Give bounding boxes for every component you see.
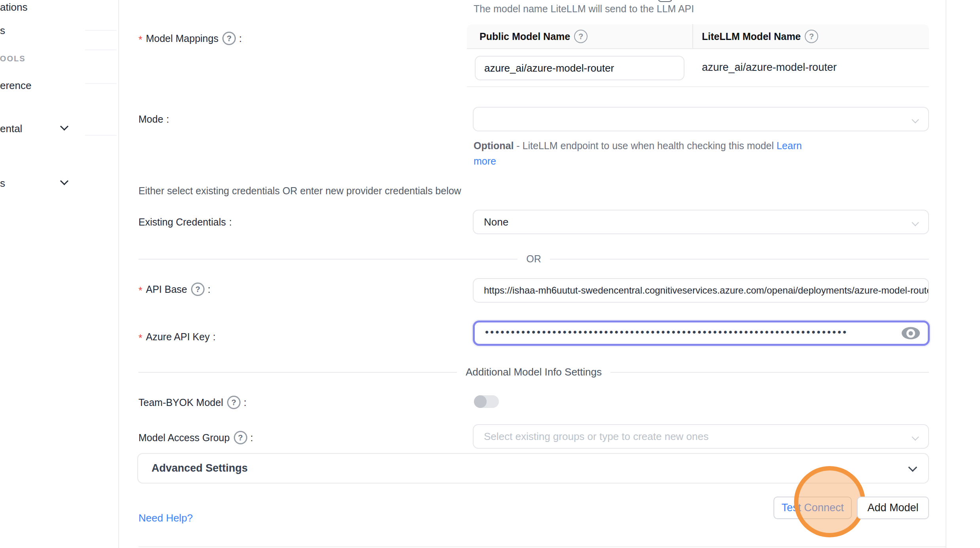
mode-label: Mode : xyxy=(138,114,169,125)
required-mark: * xyxy=(138,34,142,46)
additional-info-divider: Additional Model Info Settings xyxy=(138,366,929,378)
sidebar-skeleton-line xyxy=(85,83,117,84)
team-byok-toggle[interactable] xyxy=(474,395,499,408)
footer-divider xyxy=(138,546,946,547)
api-base-label: * API Base ? : xyxy=(138,283,210,296)
need-help-link[interactable]: Need Help? xyxy=(138,512,193,524)
public-model-name-input[interactable] xyxy=(475,56,684,80)
column-litellm-model-name: LiteLLM Model Name ? xyxy=(693,30,818,43)
sidebar-item-label: ental xyxy=(0,123,22,135)
azure-api-key-label: * Azure API Key : xyxy=(138,331,216,343)
mode-help-text: Optional - LiteLLM endpoint to use when … xyxy=(474,138,814,169)
column-public-model-name: Public Model Name ? xyxy=(467,24,693,49)
sidebar-item-settings[interactable]: s xyxy=(0,177,5,190)
chevron-down-icon xyxy=(912,433,919,440)
chevron-down-icon[interactable] xyxy=(60,122,68,131)
chevron-down-icon[interactable] xyxy=(60,177,68,185)
model-mappings-header: Public Model Name ? LiteLLM Model Name ? xyxy=(467,25,929,49)
sidebar-item-label: s xyxy=(0,25,5,36)
sidebar-item-label: erence xyxy=(0,80,32,91)
model-access-group-select[interactable]: Select existing groups or type to create… xyxy=(473,424,929,449)
model-mappings-table: Public Model Name ? LiteLLM Model Name ?… xyxy=(467,25,929,87)
sidebar-item-label: s xyxy=(0,177,5,189)
masked-password-value: ••••••••••••••••••••••••••••••••••••••••… xyxy=(485,326,848,338)
azure-api-key-input[interactable]: ••••••••••••••••••••••••••••••••••••••••… xyxy=(473,320,930,346)
table-row: azure_ai/azure-model-router xyxy=(467,49,929,87)
litellm-model-name-value: azure_ai/azure-model-router xyxy=(702,61,837,74)
sidebar-item-models[interactable]: s xyxy=(0,25,5,37)
help-question-icon[interactable]: ? xyxy=(191,283,205,296)
help-question-icon[interactable]: ? xyxy=(574,30,588,43)
content-right-border xyxy=(946,0,946,548)
click-indicator-ring xyxy=(794,466,865,537)
sidebar-section-label: TOOLS xyxy=(0,54,26,63)
model-access-group-label: Model Access Group ? : xyxy=(138,431,253,444)
sidebar-item-integrations[interactable]: ations xyxy=(0,1,27,13)
sidebar-skeleton-line xyxy=(85,135,117,136)
cutoff-element-top xyxy=(658,0,672,2)
chevron-down-icon xyxy=(908,463,917,472)
add-model-button[interactable]: Add Model xyxy=(857,497,929,519)
existing-credentials-select[interactable]: None xyxy=(473,210,929,234)
eye-icon[interactable] xyxy=(902,327,920,339)
sidebar-item-inference[interactable]: erence xyxy=(0,80,32,92)
model-mappings-label: * Model Mappings ? : xyxy=(138,32,242,45)
required-mark: * xyxy=(138,285,142,296)
credentials-note: Either select existing credentials OR en… xyxy=(138,185,461,197)
api-base-input[interactable]: https://ishaa-mh6uutut-swedencentral.cog… xyxy=(473,278,929,303)
advanced-settings-title: Advanced Settings xyxy=(152,462,248,474)
chevron-down-icon xyxy=(912,219,919,226)
required-mark: * xyxy=(138,332,142,344)
sidebar-item-label: ations xyxy=(0,1,27,13)
existing-credentials-label: Existing Credentials : xyxy=(138,216,232,228)
help-question-icon[interactable]: ? xyxy=(227,396,241,409)
sidebar-skeleton-line xyxy=(85,49,117,50)
model-name-hint: The model name LiteLLM will send to the … xyxy=(474,3,694,15)
help-question-icon[interactable]: ? xyxy=(234,431,247,444)
eye-pupil xyxy=(909,331,913,336)
team-byok-label: Team-BYOK Model ? : xyxy=(138,396,246,409)
mode-select[interactable] xyxy=(473,107,929,131)
add-model-page: ations s TOOLS erence ental s The model … xyxy=(0,0,980,548)
sidebar-skeleton-line xyxy=(85,30,117,31)
sidebar-divider xyxy=(118,0,119,548)
sidebar-item-experimental[interactable]: ental xyxy=(0,123,22,135)
chevron-down-icon xyxy=(912,116,919,123)
or-divider: OR xyxy=(138,253,929,265)
help-question-icon[interactable]: ? xyxy=(805,30,818,43)
help-question-icon[interactable]: ? xyxy=(222,32,236,45)
toggle-knob xyxy=(474,395,487,408)
sidebar-section-tools: TOOLS xyxy=(0,54,26,63)
